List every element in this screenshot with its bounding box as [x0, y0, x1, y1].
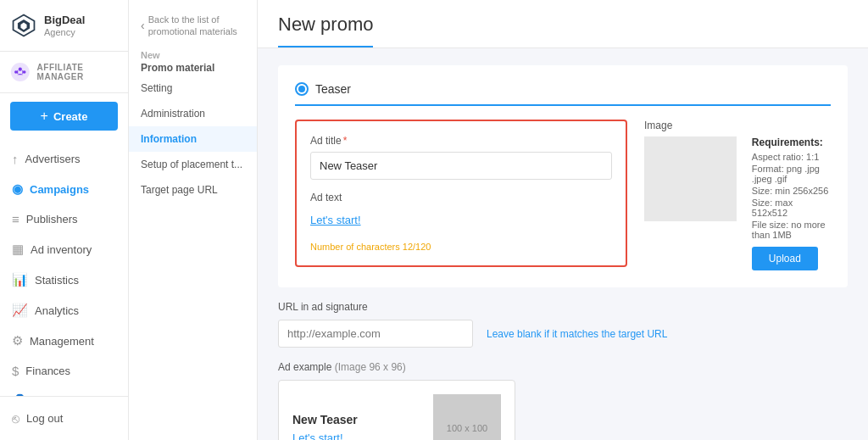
content-area: ‹ Back to the list of promotional materi… — [129, 0, 868, 440]
req-format: Format: png .jpg .jpeg .gif — [752, 164, 831, 184]
svg-point-3 — [23, 70, 25, 73]
svg-point-1 — [19, 68, 22, 71]
plus-icon: + — [41, 109, 48, 124]
req-filesize: File size: no more than 1MB — [752, 220, 831, 240]
sub-nav-information[interactable]: Information — [129, 126, 257, 152]
page-header: New promo — [258, 0, 868, 48]
ad-title-field: Ad title* — [310, 135, 612, 180]
sub-nav-target-page-url[interactable]: Target page URL — [129, 177, 257, 203]
ad-text-field: Ad text Let's start! — [310, 192, 612, 231]
logout-item[interactable]: ⎋ Log out — [0, 404, 128, 433]
ad-thumbnail: 100 x 100 — [433, 394, 501, 440]
role-icon — [10, 60, 31, 84]
ad-example-link[interactable]: Let's start! — [292, 432, 343, 441]
sidebar-item-management[interactable]: ⚙ Management — [0, 326, 128, 356]
scrollable-body: Teaser Ad title* — [258, 48, 868, 440]
sidebar: BigDeal Agency AFFILIATE MANAGER + Creat… — [0, 0, 129, 440]
sidebar-item-advertisers[interactable]: ↑ Advertisers — [0, 144, 128, 174]
management-icon: ⚙ — [12, 333, 23, 348]
url-section: URL in ad signature Leave blank if it ma… — [278, 301, 848, 348]
sub-nav-setup-placement[interactable]: Setup of placement t... — [129, 152, 257, 177]
sidebar-item-label: Statistics — [35, 274, 79, 287]
sidebar-item-statistics[interactable]: 📊 Statistics — [0, 265, 128, 295]
publishers-icon: ≡ — [12, 212, 19, 226]
ad-example-box: New Teaser Let's start! 100 x 100 — [278, 380, 515, 440]
svg-point-2 — [14, 70, 17, 73]
logout-icon: ⎋ — [12, 411, 19, 426]
ad-example-title: New Teaser — [292, 413, 358, 426]
url-row: Leave blank if it matches the target URL — [278, 320, 848, 348]
sidebar-item-analytics[interactable]: 📈 Analytics — [0, 295, 128, 326]
url-input[interactable] — [278, 320, 473, 348]
sidebar-bottom: ⎋ Log out — [0, 396, 128, 440]
logout-label: Log out — [26, 412, 63, 425]
teaser-card: Teaser Ad title* — [278, 65, 848, 287]
sub-section-title: New Promo material — [129, 43, 257, 75]
create-button[interactable]: + Create — [10, 102, 118, 131]
image-upload-row: Requirements: Aspect ratio: 1:1 Format: … — [644, 136, 831, 270]
main-content: New promo Teaser Ad title — [258, 0, 868, 440]
form-image-row: Ad title* Ad text Let's start! Number of… — [295, 120, 831, 270]
svg-point-0 — [11, 63, 30, 81]
sidebar-item-label: Advertisers — [25, 153, 81, 165]
sidebar-item-label: Campaigns — [30, 183, 89, 196]
sidebar-item-ad-inventory[interactable]: ▦ Ad inventory — [0, 234, 128, 265]
teaser-header: Teaser — [295, 82, 831, 106]
campaigns-icon: ◉ — [12, 181, 23, 197]
back-label: Back to the list of promotional material… — [148, 14, 245, 38]
sidebar-item-label: Publishers — [26, 213, 78, 226]
teaser-radio[interactable] — [295, 82, 309, 96]
logo-icon — [10, 12, 37, 39]
teaser-label: Teaser — [315, 82, 351, 96]
ad-example-text: New Teaser Let's start! — [292, 413, 358, 441]
image-section: Image Requirements: Aspect ratio: 1:1 Fo… — [644, 120, 831, 270]
sub-nav-administration[interactable]: Administration — [129, 101, 257, 126]
sub-sidebar: ‹ Back to the list of promotional materi… — [129, 0, 258, 440]
logo-text: BigDeal Agency — [44, 14, 85, 37]
sidebar-item-label: Finances — [25, 365, 70, 377]
back-button[interactable]: ‹ Back to the list of promotional materi… — [129, 8, 257, 43]
statistics-icon: 📊 — [12, 272, 28, 287]
url-hint: Leave blank if it matches the target URL — [487, 328, 667, 340]
url-label: URL in ad signature — [278, 301, 848, 313]
upload-button[interactable]: Upload — [752, 247, 818, 270]
char-count: Number of characters 12/120 — [310, 242, 612, 252]
req-max: Size: max 512x512 — [752, 198, 831, 218]
sidebar-item-label: Ad inventory — [31, 243, 92, 256]
sidebar-item-label: Management — [30, 335, 94, 348]
sidebar-item-publishers[interactable]: ≡ Publishers — [0, 204, 128, 234]
ad-example-label: Ad example (Image 96 x 96) — [278, 361, 848, 373]
red-border-box: Ad title* Ad text Let's start! Number of… — [295, 120, 627, 267]
sidebar-item-campaigns[interactable]: ◉ Campaigns — [0, 174, 128, 204]
form-section: Ad title* Ad text Let's start! Number of… — [295, 120, 627, 270]
sidebar-nav: ↑ Advertisers ◉ Campaigns ≡ Publishers ▦… — [0, 139, 128, 396]
image-label: Image — [644, 120, 831, 131]
sidebar-item-label: Analytics — [35, 304, 79, 317]
image-placeholder — [644, 136, 737, 221]
finances-icon: $ — [12, 364, 19, 378]
sub-nav-setting[interactable]: Setting — [129, 75, 257, 101]
requirements-box: Requirements: Aspect ratio: 1:1 Format: … — [752, 136, 831, 270]
back-arrow-icon: ‹ — [141, 19, 145, 32]
req-min: Size: min 256x256 — [752, 186, 831, 196]
sidebar-item-finances[interactable]: $ Finances — [0, 356, 128, 386]
ad-title-label: Ad title* — [310, 135, 612, 147]
page-title: New promo — [278, 14, 373, 47]
ad-example-section: Ad example (Image 96 x 96) New Teaser Le… — [278, 361, 848, 440]
logo-area: BigDeal Agency — [0, 0, 128, 52]
advertisers-icon: ↑ — [12, 152, 19, 166]
req-title: Requirements: — [752, 136, 831, 148]
ad-text-link[interactable]: Let's start! — [310, 209, 612, 231]
create-label: Create — [53, 110, 87, 123]
role-label: AFFILIATE MANAGER — [37, 63, 118, 81]
role-section: AFFILIATE MANAGER — [0, 52, 128, 93]
analytics-icon: 📈 — [12, 303, 28, 318]
ad-title-input[interactable] — [310, 152, 612, 180]
ad-inventory-icon: ▦ — [12, 242, 24, 257]
req-aspect: Aspect ratio: 1:1 — [752, 152, 831, 162]
sidebar-item-employees[interactable]: 👤 Employees — [0, 386, 128, 396]
ad-text-label: Ad text — [310, 192, 612, 203]
required-star: * — [343, 135, 348, 147]
